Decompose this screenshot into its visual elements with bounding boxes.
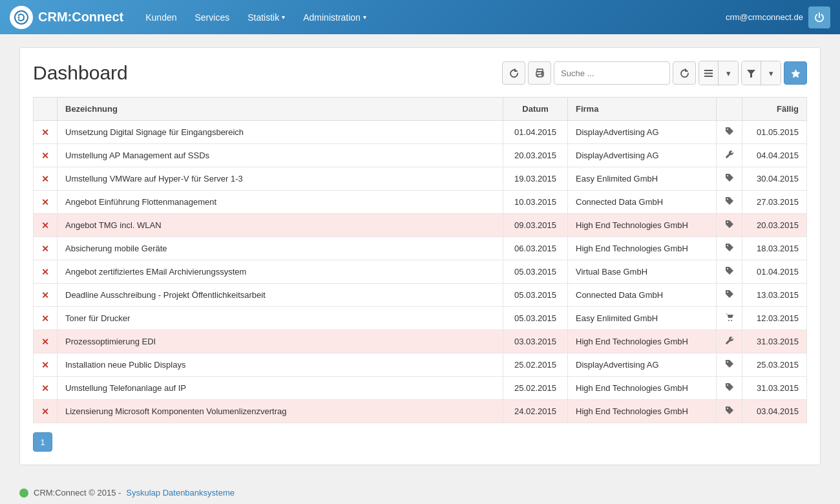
delete-icon[interactable]: ✕ <box>41 313 49 324</box>
svg-point-22 <box>727 408 728 409</box>
table-row: ✕ Angebot TMG incl. WLAN 09.03.2015 High… <box>34 214 807 237</box>
svg-point-21 <box>727 384 728 386</box>
table-row: ✕ Umsetzung Digital Signage für Eingangs… <box>34 121 807 144</box>
faellig-cell: 04.04.2015 <box>742 144 807 167</box>
filter-toggle-button[interactable]: ▾ <box>761 61 781 85</box>
search-input[interactable] <box>554 61 670 85</box>
firma-cell: Easy Enlimited GmbH <box>568 167 717 191</box>
table-row: ✕ Deadline Ausschreibung - Projekt Öffen… <box>34 284 807 307</box>
delete-icon[interactable]: ✕ <box>41 220 49 231</box>
delete-cell: ✕ <box>34 284 58 307</box>
faellig-cell: 12.03.2015 <box>742 307 807 330</box>
firma-cell: High End Technologies GmbH <box>568 330 717 353</box>
delete-cell: ✕ <box>34 353 58 377</box>
faellig-cell: 25.03.2015 <box>742 353 807 377</box>
delete-cell: ✕ <box>34 377 58 400</box>
delete-icon[interactable]: ✕ <box>41 174 49 184</box>
bezeichnung-cell: Umstellung AP Management auf SSDs <box>58 144 503 167</box>
delete-icon[interactable]: ✕ <box>41 360 49 370</box>
faellig-cell: 30.04.2015 <box>742 167 807 191</box>
datum-cell: 24.02.2015 <box>503 400 568 423</box>
svg-point-0 <box>15 11 28 24</box>
svg-marker-9 <box>747 70 755 78</box>
delete-icon[interactable]: ✕ <box>41 127 49 138</box>
delete-icon[interactable]: ✕ <box>41 197 49 207</box>
faellig-cell: 20.03.2015 <box>742 214 807 237</box>
icon-cell <box>717 167 742 191</box>
list-view-button[interactable] <box>699 61 719 85</box>
icon-cell <box>717 284 742 307</box>
filter-button[interactable] <box>742 61 761 85</box>
svg-point-5 <box>541 72 543 74</box>
delete-icon[interactable]: ✕ <box>41 337 49 347</box>
bezeichnung-cell: Umstellung Telefonanlage auf IP <box>58 377 503 400</box>
brand-logo[interactable]: CRM:Connect <box>10 6 123 29</box>
navbar-right: crm@crmconnect.de <box>726 6 830 28</box>
list-view-group: ▾ <box>698 61 739 85</box>
print-button[interactable] <box>528 61 551 85</box>
power-button[interactable] <box>808 6 830 28</box>
delete-icon[interactable]: ✕ <box>41 151 49 161</box>
toolbar: ▾ ▾ <box>502 61 807 85</box>
svg-rect-7 <box>704 72 713 74</box>
firma-cell: DisplayAdvertising AG <box>568 121 717 144</box>
svg-point-19 <box>731 320 732 321</box>
svg-point-16 <box>727 268 728 269</box>
delete-cell: ✕ <box>34 191 58 214</box>
table-row: ✕ Angebot Einführung Flottenmanagement 1… <box>34 191 807 214</box>
datum-cell: 19.03.2015 <box>503 167 568 191</box>
svg-rect-6 <box>704 70 713 71</box>
view-toggle-button[interactable]: ▾ <box>719 61 738 85</box>
delete-cell: ✕ <box>34 330 58 353</box>
navbar: CRM:Connect Kunden Services Statistik ▾ … <box>0 0 840 34</box>
svg-point-20 <box>727 361 728 362</box>
brand-name: CRM:Connect <box>38 10 123 25</box>
nav-kunden[interactable]: Kunden <box>136 0 185 34</box>
statistik-caret: ▾ <box>282 14 285 21</box>
svg-point-12 <box>727 175 728 176</box>
main-content: Dashboard <box>0 34 840 478</box>
icon-cell <box>717 191 742 214</box>
table-row: ✕ Absicherung mobile Geräte 06.03.2015 H… <box>34 237 807 260</box>
delete-icon[interactable]: ✕ <box>41 244 49 254</box>
page-1-button[interactable]: 1 <box>33 432 52 452</box>
svg-marker-10 <box>791 69 800 78</box>
search-refresh-button[interactable] <box>673 61 696 85</box>
nav-statistik[interactable]: Statistik ▾ <box>238 0 294 34</box>
datum-cell: 06.03.2015 <box>503 237 568 260</box>
bezeichnung-cell: Toner für Drucker <box>58 307 503 330</box>
delete-cell: ✕ <box>34 214 58 237</box>
svg-point-17 <box>727 291 728 293</box>
firma-cell: High End Technologies GmbH <box>568 377 717 400</box>
nav-administration[interactable]: Administration ▾ <box>294 0 375 34</box>
col-header-icon <box>717 98 742 121</box>
firma-cell: Easy Enlimited GmbH <box>568 307 717 330</box>
datum-cell: 20.03.2015 <box>503 144 568 167</box>
refresh-button[interactable] <box>502 61 525 85</box>
table-row: ✕ Umstellung AP Management auf SSDs 20.0… <box>34 144 807 167</box>
delete-icon[interactable]: ✕ <box>41 406 49 417</box>
table-row: ✕ Installation neue Public Displays 25.0… <box>34 353 807 377</box>
footer-link[interactable]: Syskulap Datenbanksysteme <box>126 488 235 498</box>
footer-text: CRM:Connect © 2015 - <box>34 488 121 498</box>
delete-icon[interactable]: ✕ <box>41 290 49 300</box>
table-row: ✕ Umstellung VMWare auf Hyper-V für Serv… <box>34 167 807 191</box>
bezeichnung-cell: Prozessoptimierung EDI <box>58 330 503 353</box>
firma-cell: Virtual Base GmbH <box>568 260 717 284</box>
delete-cell: ✕ <box>34 400 58 423</box>
firma-cell: DisplayAdvertising AG <box>568 353 717 377</box>
status-dot <box>19 488 28 498</box>
delete-icon[interactable]: ✕ <box>41 383 49 394</box>
delete-icon[interactable]: ✕ <box>41 267 49 277</box>
svg-point-13 <box>727 198 728 200</box>
table-row: ✕ Prozessoptimierung EDI 03.03.2015 High… <box>34 330 807 353</box>
icon-cell <box>717 400 742 423</box>
icon-cell <box>717 353 742 377</box>
bezeichnung-cell: Absicherung mobile Geräte <box>58 237 503 260</box>
icon-cell <box>717 237 742 260</box>
delete-cell: ✕ <box>34 121 58 144</box>
nav-services[interactable]: Services <box>186 0 239 34</box>
svg-point-1 <box>18 16 20 18</box>
icon-cell <box>717 330 742 353</box>
star-button[interactable] <box>784 61 807 85</box>
